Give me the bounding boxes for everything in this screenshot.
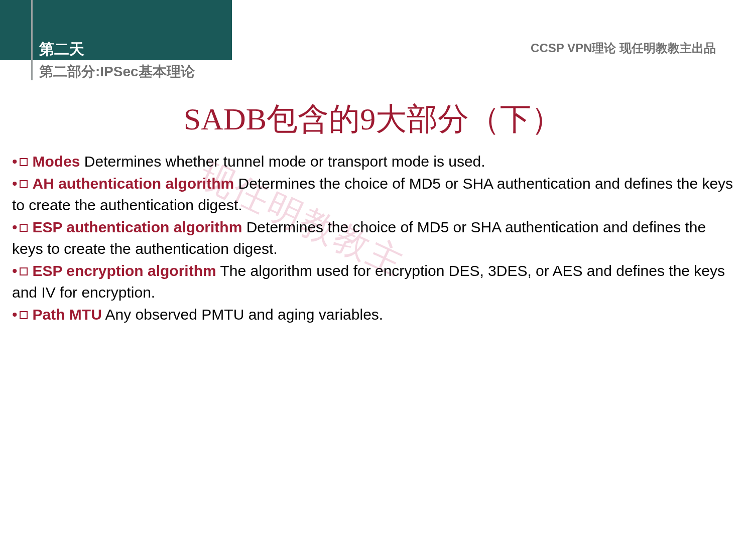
bullet-dot-icon: • xyxy=(12,153,18,170)
bullet-dot-icon: • xyxy=(12,306,18,323)
slide-title: SADB包含的9大部分（下） xyxy=(0,98,746,140)
bullet-box-icon xyxy=(20,224,28,232)
bullet-dot-icon: • xyxy=(12,219,18,235)
bullet-term: ESP authentication algorithm xyxy=(33,219,242,235)
bullet-desc: Determines whether tunnel mode or transp… xyxy=(80,153,485,170)
bullet-box-icon xyxy=(20,158,28,166)
bullet-term: Modes xyxy=(33,153,80,170)
bullet-dot-icon: • xyxy=(12,175,18,192)
header-right-label: CCSP VPN理论 现任明教教主出品 xyxy=(531,40,716,56)
bullet-dot-icon: • xyxy=(12,262,18,279)
day-label: 第二天 xyxy=(39,39,84,60)
header-left-accent xyxy=(0,0,31,60)
bullet-box-icon xyxy=(20,180,28,188)
slide-content: •Modes Determines whether tunnel mode or… xyxy=(12,151,734,325)
bullet-box-icon xyxy=(20,311,28,319)
bullet-term: Path MTU xyxy=(33,306,102,323)
section-label: 第二部分:IPSec基本理论 xyxy=(39,62,195,81)
bullet-term: AH authentication algorithm xyxy=(33,175,234,192)
bullet-term: ESP encryption algorithm xyxy=(33,262,216,279)
bullet-desc: Any observed PMTU and aging variables. xyxy=(102,306,383,323)
bullet-box-icon xyxy=(20,267,28,275)
header-vertical-rule xyxy=(31,0,33,80)
